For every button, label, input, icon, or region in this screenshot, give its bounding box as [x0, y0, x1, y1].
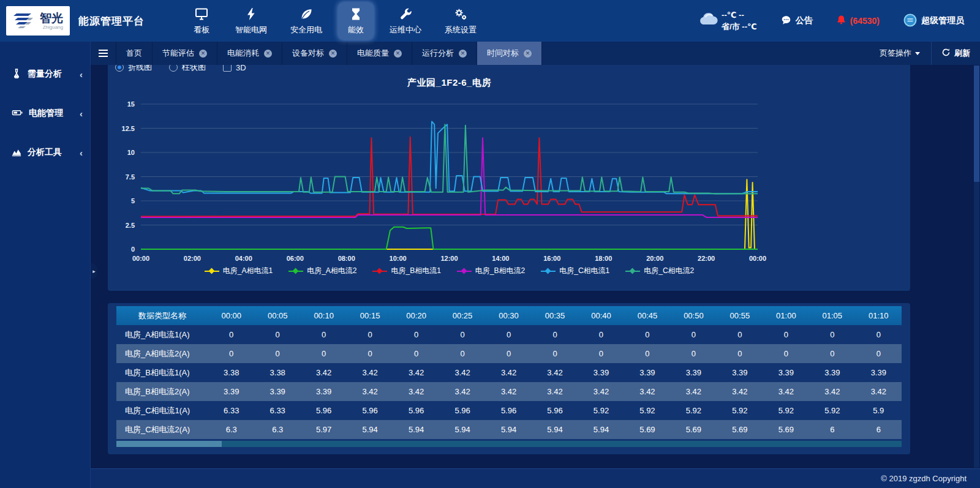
user-menu[interactable]: 超级管理员 [903, 13, 964, 29]
table-cell: 6 [856, 420, 902, 439]
checkbox-indicator[interactable] [223, 65, 232, 72]
tab-bar: 首页节能评估✕电能消耗✕设备对标✕电能质量✕运行分析✕时间对标✕ 页签操作 刷新 [91, 42, 980, 65]
series-电房_A相电流2 [141, 227, 758, 249]
monitor-icon [194, 7, 209, 21]
tab-时间对标[interactable]: 时间对标✕ [477, 42, 542, 65]
close-icon[interactable]: ✕ [264, 50, 272, 58]
table-cell: 0 [763, 344, 809, 363]
row-label: 电房_A相电流2(A) [116, 344, 208, 363]
row-label: 电房_A相电流1(A) [116, 325, 208, 344]
announcement-label: 公告 [796, 15, 813, 26]
content-area: 折线图柱状图3D 产业园_1F2-6_电房 02.557.51012.51500… [91, 65, 980, 468]
radio-indicator[interactable] [115, 65, 124, 72]
legend-item-电房_C相电流1[interactable]: 电房_C相电流1 [541, 266, 609, 276]
legend-marker-icon [457, 269, 472, 274]
table-cell: 5.94 [486, 420, 532, 439]
logo-sub-text: Zhiguang [43, 25, 63, 30]
table-cell: 3.42 [624, 382, 670, 401]
radio-indicator[interactable] [169, 65, 178, 72]
hourglass-icon [349, 7, 363, 21]
refresh-button[interactable]: 刷新 [932, 42, 980, 65]
sidebar-collapse-handle[interactable]: ▸ [91, 263, 97, 279]
close-icon[interactable]: ✕ [329, 50, 337, 58]
chevron-left-icon: ‹ [80, 148, 83, 158]
table-cell: 3.39 [208, 382, 254, 401]
menu-toggle-button[interactable] [91, 42, 116, 65]
tab-label: 运行分析 [422, 48, 454, 59]
tab-首页[interactable]: 首页 [116, 42, 153, 65]
table-cell: 0 [856, 325, 902, 344]
sidebar-item-需量分析[interactable]: 需量分析‹ [0, 56, 90, 92]
nav-item-label: 智能电网 [235, 24, 267, 36]
sidebar-item-label: 分析工具 [28, 147, 62, 158]
sidebar-item-label: 需量分析 [28, 69, 62, 80]
legend-marker-icon [288, 269, 303, 274]
tab-电能消耗[interactable]: 电能消耗✕ [217, 42, 282, 65]
legend-item-电房_A相电流1[interactable]: 电房_A相电流1 [205, 266, 273, 276]
table-cell: 0 [393, 325, 439, 344]
svg-text:02:00: 02:00 [184, 255, 201, 262]
alarm-button[interactable]: (64530) [836, 14, 880, 28]
table-cell: 5.92 [624, 401, 670, 420]
nav-item-安全用电[interactable]: 安全用电 [283, 2, 330, 40]
table-cell: 5.96 [439, 401, 485, 420]
tab-运行分析[interactable]: 运行分析✕ [412, 42, 477, 65]
radio-柱状图[interactable]: 柱状图 [169, 65, 206, 73]
checkbox-3D[interactable]: 3D [223, 65, 246, 72]
table-cell: 3.42 [486, 363, 532, 382]
flask-icon [11, 68, 22, 81]
close-icon[interactable]: ✕ [199, 50, 207, 58]
nav-item-运维中心[interactable]: 运维中心 [382, 2, 429, 40]
chevron-left-icon: ‹ [80, 108, 83, 119]
sidebar-item-电能管理[interactable]: 电能管理‹ [0, 96, 90, 131]
table-cell: 3.42 [671, 382, 717, 401]
table-cell: 5.92 [671, 401, 717, 420]
close-icon[interactable]: ✕ [459, 50, 467, 58]
legend-item-电房_A相电流2[interactable]: 电房_A相电流2 [288, 266, 356, 276]
nav-item-看板[interactable]: 看板 [184, 2, 219, 40]
table-cell: 0 [763, 325, 809, 344]
table-cell: 5.69 [717, 420, 763, 439]
scrollbar-thumb[interactable] [974, 66, 979, 182]
table-cell: 5.96 [347, 401, 393, 420]
table-horizontal-scrollbar[interactable] [116, 441, 902, 447]
table-cell: 0 [578, 325, 624, 344]
tab-设备对标[interactable]: 设备对标✕ [282, 42, 347, 65]
scrollbar-thumb[interactable] [116, 441, 222, 447]
legend-label: 电房_A相电流1 [223, 266, 273, 276]
announcement-button[interactable]: 公告 [780, 15, 813, 28]
table-row-电房_B相电流2(A): 电房_B相电流2(A)3.393.393.393.423.423.423.423… [116, 382, 902, 401]
table-cell: 0 [254, 344, 300, 363]
lightning-icon [244, 7, 258, 21]
table-row-电房_A相电流1(A): 电房_A相电流1(A)000000000000000 [116, 325, 902, 344]
legend-item-电房_C相电流2[interactable]: 电房_C相电流2 [625, 266, 694, 276]
svg-text:5: 5 [131, 197, 135, 205]
table-cell: 5.96 [486, 401, 532, 420]
nav-item-系统设置[interactable]: 系统设置 [437, 2, 484, 40]
time-comparison-line-chart[interactable]: 02.557.51012.51500:0002:0004:0006:0008:0… [114, 96, 904, 279]
svg-text:2.5: 2.5 [126, 222, 135, 229]
tab-节能评估[interactable]: 节能评估✕ [153, 42, 217, 65]
chart-type-controls: 折线图柱状图3D [115, 65, 246, 73]
tab-电能质量[interactable]: 电能质量✕ [347, 42, 412, 65]
nav-item-智能电网[interactable]: 智能电网 [228, 2, 274, 40]
close-icon[interactable]: ✕ [524, 50, 532, 58]
table-cell: 0 [347, 344, 393, 363]
legend-item-电房_B相电流2[interactable]: 电房_B相电流2 [457, 266, 525, 276]
nav-item-label: 安全用电 [290, 24, 322, 36]
brand-logo[interactable]: 智光 Zhiguang [6, 6, 70, 36]
tab-operations-dropdown[interactable]: 页签操作 [869, 42, 931, 65]
control-label: 折线图 [128, 65, 152, 73]
open-tabs: 首页节能评估✕电能消耗✕设备对标✕电能质量✕运行分析✕时间对标✕ [116, 42, 542, 65]
table-cell: 0 [624, 344, 670, 363]
vertical-scrollbar[interactable] [974, 66, 979, 468]
column-header-time: 01:00 [763, 306, 809, 325]
close-icon[interactable]: ✕ [394, 50, 402, 58]
table-cell: 3.42 [347, 382, 393, 401]
sidebar-item-分析工具[interactable]: 分析工具‹ [0, 135, 90, 170]
radio-折线图[interactable]: 折线图 [115, 65, 152, 73]
table-cell: 3.42 [809, 382, 855, 401]
table-cell: 5.94 [439, 420, 485, 439]
legend-item-电房_B相电流1[interactable]: 电房_B相电流1 [372, 266, 440, 276]
nav-item-能效[interactable]: 能效 [338, 2, 374, 40]
